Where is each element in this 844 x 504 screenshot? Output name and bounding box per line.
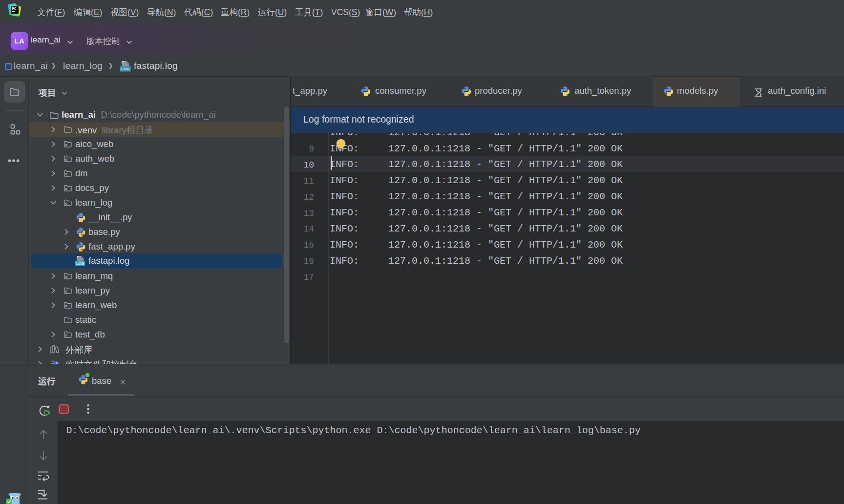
svg-text:PC: PC bbox=[12, 7, 16, 10]
